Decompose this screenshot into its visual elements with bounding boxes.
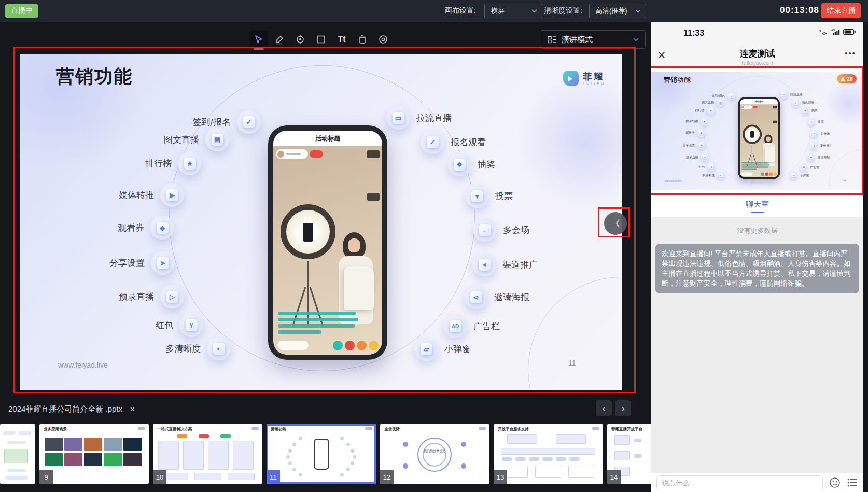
tab-active-indicator xyxy=(751,212,764,213)
megaphone-icon: ◄ xyxy=(472,252,496,276)
logo-sub: FEIYAO xyxy=(583,81,605,85)
media-share-icon: ▶ xyxy=(701,117,709,125)
feature-item: ★排行榜 xyxy=(707,106,715,115)
popup-window-icon: ▱ xyxy=(789,171,797,179)
close-file-icon[interactable]: ✕ xyxy=(130,405,135,413)
multi-venue-icon: ≡ xyxy=(810,130,818,138)
slide-thumbnail-selected[interactable]: 营销功能 11 xyxy=(267,424,376,484)
trophy-icon: ★ xyxy=(707,106,715,115)
mirror-header: ✕ 连麦测试 tv.lfeiyao.com ••• xyxy=(651,45,863,66)
feature-item: ▱小弹窗 xyxy=(414,337,438,361)
feature-item: ▷预录直播 xyxy=(701,153,709,161)
slide-thumbnail[interactable]: 菲耀直播开放平台 14 xyxy=(607,424,651,484)
mobile-mirror-panel: 11:33 6 4G ✕ 连麦测试 tv.lfeiyao.com ••• 营销功… xyxy=(651,22,863,492)
chat-message-list[interactable]: 没有更多数据 欢迎来到直播间! 平台严禁未成年人直播或打赏。直播间内严禁出现违法… xyxy=(651,218,863,473)
host-avatar-pill xyxy=(741,105,752,108)
room-subtitle: tv.lfeiyao.com xyxy=(651,60,863,66)
logo-name: 菲耀 xyxy=(583,72,605,81)
avatar xyxy=(741,106,744,108)
thumb-logo xyxy=(479,427,486,430)
next-slide-button[interactable]: › xyxy=(615,400,631,416)
svg-text:4G: 4G xyxy=(831,29,835,32)
cursor-tool-button[interactable] xyxy=(249,30,268,49)
main-area: Tt 演讲模式 营销功能 xyxy=(0,22,651,492)
feature-item: ➤分享设置 xyxy=(151,251,175,275)
pen-tool-button[interactable] xyxy=(270,30,289,49)
preview-slide-slot: 营销功能 菲耀 FEIYAO ✓签到/报名 ▤图文直播 ★排行榜 ▶媒体转推 ◈… xyxy=(651,68,862,193)
laser-pointer-icon xyxy=(295,34,305,45)
canvas-orientation-value: 横屏 xyxy=(491,6,505,16)
text-tool-button[interactable]: Tt xyxy=(332,30,351,49)
presentation-mode-select[interactable]: 演讲模式 xyxy=(541,30,646,49)
vote-icon: ♥ xyxy=(807,118,816,126)
slide-title: 营销功能 xyxy=(664,76,691,84)
canvas-orientation-select[interactable]: 横屏 xyxy=(484,4,542,18)
feiyao-logo: 菲耀 FEIYAO xyxy=(563,71,605,86)
ad-banner-icon: AD xyxy=(443,314,467,338)
thumb-logo xyxy=(592,427,599,430)
chat-input[interactable] xyxy=(656,475,823,490)
pen-icon xyxy=(274,34,285,45)
slide-thumbnail[interactable]: 一站式直播解决方案 10 xyxy=(153,424,262,484)
slide-blob-decoration xyxy=(825,79,862,126)
garment xyxy=(344,266,374,310)
laser-pointer-tool-button[interactable] xyxy=(291,30,310,49)
ad-banner-icon: AD xyxy=(800,163,808,172)
collapse-panel-button[interactable]: 《 xyxy=(604,212,627,235)
list-menu-icon[interactable] xyxy=(847,477,858,488)
live-status-badge: 直播中 xyxy=(5,4,38,18)
pull-stream-icon: ▭ xyxy=(386,106,410,130)
phone-status-bar: 11:33 6 4G xyxy=(651,22,863,45)
phone-stream-title: 活动标题 xyxy=(740,99,778,105)
battery-icon xyxy=(843,29,856,35)
slide-thumbnail[interactable] xyxy=(0,424,35,484)
phone-screen: 活动标题 xyxy=(740,99,778,177)
viewer-count-badge: 26 xyxy=(837,74,857,83)
stream-preview-highlight: 营销功能 菲耀 FEIYAO ✓签到/报名 ▤图文直播 ★排行榜 ▶媒体转推 ◈… xyxy=(651,66,863,195)
slide-thumbnail[interactable]: 开放平台服务支持 13 xyxy=(494,424,603,484)
lottery-icon: ❖ xyxy=(447,152,471,176)
emoji-icon[interactable] xyxy=(829,477,841,488)
feature-item: ♥投票 xyxy=(465,184,489,208)
tab-chatroom[interactable]: 聊天室 xyxy=(651,200,863,209)
slide-thumbnail[interactable]: 企业优势 我们的技术优势 12 xyxy=(380,424,489,484)
feiyao-logo-icon xyxy=(563,71,579,86)
gift-icon xyxy=(333,341,343,350)
svg-text:6: 6 xyxy=(819,29,821,32)
status-time: 11:33 xyxy=(683,29,704,38)
calendar-check-icon: ✓ xyxy=(237,110,261,134)
image-icon: ▤ xyxy=(205,128,229,151)
slide-thumbnail[interactable]: 业务应用场景 9 xyxy=(39,424,149,484)
feature-item: ≡多会场 xyxy=(473,218,497,242)
record-tool-button[interactable] xyxy=(374,30,393,49)
slide-page-number: 11 xyxy=(843,179,846,182)
comment-input-pill xyxy=(277,341,309,350)
chat-overlay-line xyxy=(741,164,769,165)
image-icon: ▤ xyxy=(716,98,724,106)
gift-icon xyxy=(769,173,773,176)
layout-mode-icon xyxy=(548,36,556,44)
canvas-setting-label: 画布设置: xyxy=(445,6,476,16)
slide[interactable]: 营销功能 菲耀 FEIYAO ✓签到/报名 ▤图文直播 ★排行榜 ▶媒体转推 ◈… xyxy=(20,54,622,390)
feature-item: ◐多清晰度 xyxy=(717,171,725,179)
rectangle-tool-button[interactable] xyxy=(312,30,330,49)
megaphone-icon: ◄ xyxy=(810,142,818,150)
mounted-phone xyxy=(303,223,313,242)
feature-item: ❖抽奖 xyxy=(447,152,471,176)
clarity-select[interactable]: 高清(推荐) xyxy=(589,4,646,18)
stream-badge xyxy=(367,193,380,201)
feature-item: ▤图文直播 xyxy=(205,128,229,151)
poster-icon: ⊲ xyxy=(807,153,815,161)
multi-venue-icon: ≡ xyxy=(473,218,497,242)
video-icon: ▷ xyxy=(701,153,709,161)
end-stream-button[interactable]: 结束直播 xyxy=(821,3,861,18)
reward-icon xyxy=(774,173,777,176)
feature-item: ¥红包 xyxy=(179,313,203,337)
right-edge-strip xyxy=(863,22,868,492)
more-menu-icon[interactable]: ••• xyxy=(845,49,856,58)
feature-item: ◈观看券 xyxy=(697,129,705,137)
ticket-icon: ◈ xyxy=(697,129,705,137)
red-packet-icon: ¥ xyxy=(707,163,716,171)
delete-tool-button[interactable] xyxy=(353,30,372,49)
prev-slide-button[interactable]: ‹ xyxy=(596,400,612,416)
